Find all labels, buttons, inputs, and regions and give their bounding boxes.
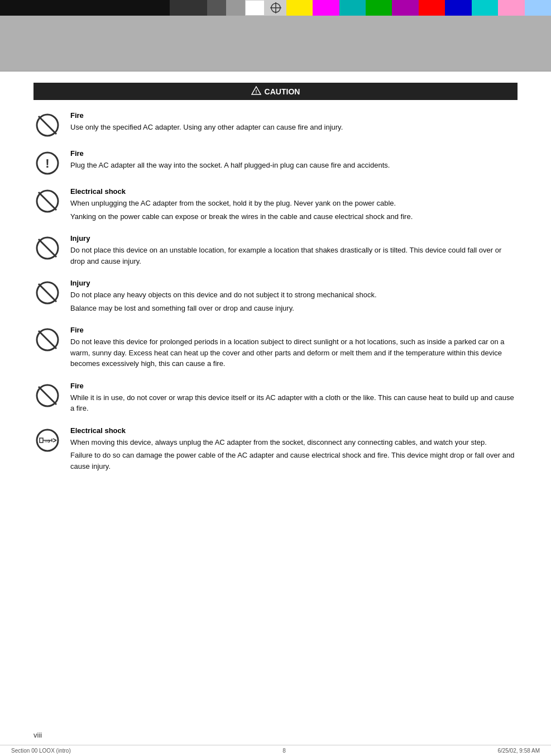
tb-swatch-5 <box>207 0 226 16</box>
tb-swatch-3 <box>113 0 169 16</box>
svg-line-14 <box>39 284 56 302</box>
warning-body-7: When moving this device, always unplug t… <box>70 437 518 472</box>
footer-left: Section 00 LOOX (intro) <box>11 748 71 754</box>
warning-text-3: InjuryDo not place this device on an uns… <box>70 234 518 269</box>
no-icon <box>35 236 60 260</box>
warning-icon-5 <box>33 326 61 354</box>
warning-items-container: FireUse only the specified AC adapter. U… <box>33 111 518 474</box>
footer-bar: Section 00 LOOX (intro) 8 6/25/02, 9:58 … <box>0 745 551 756</box>
page-number: viii <box>33 731 42 739</box>
no-icon <box>35 327 60 352</box>
gray-header-section <box>0 16 551 72</box>
tb-swatch-4 <box>170 0 207 16</box>
tb-purple <box>392 0 418 16</box>
no-icon <box>35 189 60 213</box>
no-icon <box>35 280 60 305</box>
warning-body-0: Use only the specified AC adapter. Using… <box>70 122 518 133</box>
warning-item-6: FireWhile it is in use, do not cover or … <box>33 382 518 416</box>
warning-title-2: Electrical shock <box>70 187 518 196</box>
no-icon <box>35 113 60 137</box>
svg-line-18 <box>39 387 56 405</box>
warning-paragraph: Do not leave this device for prolonged p… <box>70 336 518 369</box>
warning-text-7: Electrical shockWhen moving this device,… <box>70 426 518 474</box>
svg-line-24 <box>53 439 56 440</box>
svg-text:!: ! <box>255 89 257 94</box>
warning-body-1: Plug the AC adapter all the way into the… <box>70 160 518 171</box>
warning-body-6: While it is in use, do not cover or wrap… <box>70 392 518 414</box>
warning-text-4: InjuryDo not place any heavy objects on … <box>70 279 518 316</box>
warning-item-2: Electrical shockWhen unplugging the AC a… <box>33 187 518 224</box>
warning-item-5: FireDo not leave this device for prolong… <box>33 326 518 372</box>
svg-line-16 <box>39 331 56 349</box>
tb-blue <box>445 0 471 16</box>
warning-body-4: Do not place any heavy objects on this d… <box>70 289 518 313</box>
tb-pink <box>498 0 524 16</box>
warning-title-5: Fire <box>70 326 518 334</box>
warning-icon-7: ⇒ <box>33 426 61 454</box>
warning-text-6: FireWhile it is in use, do not cover or … <box>70 382 518 416</box>
svg-text:!: ! <box>45 156 49 170</box>
warning-paragraph: When unplugging the AC adapter from the … <box>70 198 518 209</box>
tb-swatch-7 <box>245 0 265 16</box>
top-bar-right <box>286 0 551 16</box>
warning-item-7: ⇒ Electrical shockWhen moving this devic… <box>33 426 518 474</box>
warning-paragraph: Use only the specified AC adapter. Using… <box>70 122 518 133</box>
tb-teal <box>472 0 498 16</box>
top-bar-left <box>0 0 265 16</box>
warning-paragraph: While it is in use, do not cover or wrap… <box>70 392 518 414</box>
svg-rect-21 <box>40 438 43 443</box>
page-footer: viii <box>0 731 551 739</box>
warning-title-0: Fire <box>70 111 518 120</box>
warning-paragraph: Failure to do so can damage the power ca… <box>70 450 518 472</box>
caution-label: CAUTION <box>265 87 300 96</box>
tb-red <box>419 0 445 16</box>
plug-icon: ⇒ <box>35 428 60 453</box>
no-icon <box>35 383 60 408</box>
tb-cyan <box>339 0 366 16</box>
warning-paragraph: Yanking on the power cable can expose or… <box>70 211 518 222</box>
warning-icon-6 <box>33 382 61 410</box>
footer-right: 6/25/02, 9:58 AM <box>497 748 540 754</box>
warning-title-7: Electrical shock <box>70 426 518 435</box>
warning-item-0: FireUse only the specified AC adapter. U… <box>33 111 518 139</box>
warning-item-3: InjuryDo not place this device on an uns… <box>33 234 518 269</box>
warning-body-5: Do not leave this device for prolonged p… <box>70 336 518 369</box>
top-color-bar <box>0 0 551 16</box>
tb-swatch-6 <box>226 0 245 16</box>
warning-icon-1: ! <box>33 149 61 177</box>
warning-title-3: Injury <box>70 234 518 243</box>
warning-icon-3 <box>33 234 61 262</box>
warning-icon-4 <box>33 279 61 307</box>
warning-body-2: When unplugging the AC adapter from the … <box>70 198 518 222</box>
svg-line-10 <box>39 192 56 210</box>
warning-paragraph: Balance may be lost and something fall o… <box>70 303 518 314</box>
tb-magenta <box>313 0 339 16</box>
warning-title-6: Fire <box>70 382 518 390</box>
warning-text-5: FireDo not leave this device for prolong… <box>70 326 518 372</box>
svg-line-12 <box>39 239 56 257</box>
warning-body-3: Do not place this device on an unstable … <box>70 245 518 267</box>
svg-line-6 <box>39 116 56 134</box>
tb-yellow <box>286 0 313 16</box>
warning-item-1: ! FirePlug the AC adapter all the way in… <box>33 149 518 177</box>
exclaim-icon: ! <box>35 151 60 175</box>
warning-item-4: InjuryDo not place any heavy objects on … <box>33 279 518 316</box>
caution-triangle-icon: ! <box>251 86 261 97</box>
warning-text-2: Electrical shockWhen unplugging the AC a… <box>70 187 518 224</box>
warning-text-0: FireUse only the specified AC adapter. U… <box>70 111 518 135</box>
warning-title-1: Fire <box>70 149 518 158</box>
tb-swatch-2 <box>56 0 113 16</box>
warning-title-4: Injury <box>70 279 518 287</box>
main-content: ! CAUTION FireUse only the specified AC … <box>0 72 551 495</box>
warning-paragraph: Plug the AC adapter all the way into the… <box>70 160 518 171</box>
tb-green <box>366 0 392 16</box>
tb-swatch-1 <box>0 0 56 16</box>
warning-paragraph: When moving this device, always unplug t… <box>70 437 518 448</box>
warning-paragraph: Do not place any heavy objects on this d… <box>70 289 518 301</box>
warning-text-1: FirePlug the AC adapter all the way into… <box>70 149 518 173</box>
svg-line-25 <box>53 440 56 442</box>
warning-icon-2 <box>33 187 61 215</box>
reg-mark-top-center <box>265 0 286 16</box>
warning-icon-0 <box>33 111 61 139</box>
footer-center: 8 <box>282 748 286 754</box>
